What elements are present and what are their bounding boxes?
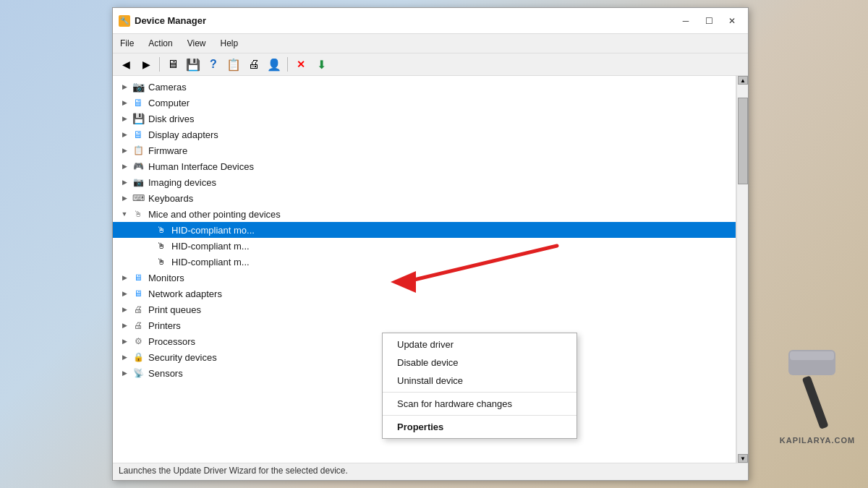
menu-file[interactable]: File [113,35,141,51]
tree-item-imaging[interactable]: ▶ 📷 Imaging devices [113,174,736,190]
icon-disk: 💾 [132,113,145,124]
expand-monitors[interactable]: ▶ [119,272,130,283]
ctx-update-driver[interactable]: Update driver [383,335,576,354]
tree-item-firmware[interactable]: ▶ 📋 Firmware [113,142,736,158]
label-computer: Computer [148,98,190,108]
expand-security[interactable]: ▶ [119,351,130,363]
label-mouse1: HID-compliant mo... [171,225,255,236]
minimize-button[interactable]: ─ [676,13,696,29]
menu-view[interactable]: View [180,35,213,51]
tree-item-keyboards[interactable]: ▶ ⌨ Keyboards [113,190,736,206]
label-display: Display adapters [148,129,218,140]
label-disk: Disk drives [148,114,195,124]
forward-button[interactable]: ▶ [137,56,156,73]
menu-help[interactable]: Help [213,35,246,51]
toolbar-delete[interactable]: ✕ [292,56,310,73]
tree-item-mice[interactable]: ▼ 🖱 Mice and other pointing devices [113,206,736,222]
icon-cameras: 📷 [132,81,145,93]
ctx-uninstall-device[interactable]: Uninstall device [383,372,576,390]
maximize-button[interactable]: ☐ [699,13,719,29]
label-mouse3: HID-compliant m... [171,257,250,267]
scrollbar-thumb[interactable] [738,98,748,184]
expand-imaging[interactable]: ▶ [119,176,130,188]
ctx-properties[interactable]: Properties [383,418,576,436]
tree-item-network[interactable]: ▶ 🖥 Network adapters [113,286,736,301]
svg-rect-2 [802,375,829,429]
ctx-sep-1 [383,392,576,393]
icon-keyboard: ⌨ [132,192,145,204]
label-processors: Processors [148,336,195,347]
toolbar-help[interactable]: ? [204,56,223,73]
expand-display[interactable]: ▶ [119,129,130,140]
label-security: Security devices [148,352,217,363]
expand-cameras[interactable]: ▶ [119,81,130,93]
tree-item-display[interactable]: ▶ 🖥 Display adapters [113,127,736,142]
expand-network[interactable]: ▶ [119,288,130,299]
scrollbar[interactable]: ▲ ▼ [736,76,748,463]
expand-processors[interactable]: ▶ [119,335,130,347]
toolbar-download[interactable]: ⬇ [312,56,331,73]
device-list[interactable]: ▶ 📷 Cameras ▶ 🖥 Computer ▶ 💾 Disk drives… [113,76,736,463]
icon-security: 🔒 [132,351,145,363]
expand-sensors[interactable]: ▶ [119,367,130,379]
tree-item-printers[interactable]: ▶ 🖨 Printers [113,317,736,333]
ctx-sep-2 [383,415,576,416]
tree-item-monitors[interactable]: ▶ 🖥 Monitors [113,270,736,286]
icon-mouse3: 🖱 [155,256,168,267]
expand-mice[interactable]: ▼ [119,208,130,220]
tree-item-disk[interactable]: ▶ 💾 Disk drives [113,111,736,127]
toolbar-print[interactable]: 🖨 [244,56,263,73]
label-mice: Mice and other pointing devices [148,209,281,220]
back-button[interactable]: ◀ [116,56,135,73]
icon-sensors: 📡 [132,367,145,379]
menu-action[interactable]: Action [141,35,179,51]
expand-hid[interactable]: ▶ [119,160,130,172]
title-bar: 🔧 Device Manager ─ ☐ ✕ [113,8,748,34]
icon-display: 🖥 [132,129,145,140]
icon-printers: 🖨 [132,320,145,331]
window-controls: ─ ☐ ✕ [676,13,742,29]
label-hid: Human Interface Devices [148,161,254,172]
label-firmware: Firmware [148,145,187,156]
watermark-area: KAPILARYA.COM [774,339,861,445]
context-menu: Update driver Disable device Uninstall d… [382,333,577,439]
tree-item-computer[interactable]: ▶ 🖥 Computer [113,95,736,111]
tree-item-mouse2[interactable]: ▶ 🖱 HID-compliant m... [113,238,736,254]
expand-keyboards[interactable]: ▶ [119,192,130,204]
window-title: Device Manager [135,15,676,26]
label-print-q: Print queues [148,304,201,315]
toolbar-save[interactable]: 💾 [184,56,203,73]
toolbar-user[interactable]: 👤 [265,56,284,73]
tree-item-print-q[interactable]: ▶ 🖨 Print queues [113,301,736,317]
label-network: Network adapters [148,288,222,299]
tree-item-mouse1[interactable]: ▶ 🖱 HID-compliant mo... [113,222,736,238]
label-keyboards: Keyboards [148,193,193,204]
icon-hid: 🎮 [132,160,145,172]
tree-item-cameras[interactable]: ▶ 📷 Cameras [113,79,736,95]
status-text: Launches the Update Driver Wizard for th… [119,466,348,476]
label-mouse2: HID-compliant m... [171,241,250,252]
icon-firmware: 📋 [132,145,145,156]
icon-imaging: 📷 [132,176,145,188]
icon-mouse2: 🖱 [155,240,168,252]
icon-network: 🖥 [132,288,145,299]
ctx-disable-device[interactable]: Disable device [383,354,576,372]
expand-computer[interactable]: ▶ [119,97,130,108]
expand-disk[interactable]: ▶ [119,113,130,124]
toolbar: ◀ ▶ 🖥 💾 ? 📋 🖨 👤 ✕ ⬇ [113,53,748,76]
ctx-scan-hardware[interactable]: Scan for hardware changes [383,395,576,413]
icon-print-q: 🖨 [132,304,145,315]
expand-printers[interactable]: ▶ [119,320,130,331]
close-button[interactable]: ✕ [722,13,742,29]
toolbar-computer[interactable]: 🖥 [163,56,182,73]
tree-item-hid[interactable]: ▶ 🎮 Human Interface Devices [113,158,736,174]
expand-firmware[interactable]: ▶ [119,145,130,156]
tree-item-mouse3[interactable]: ▶ 🖱 HID-compliant m... [113,254,736,270]
label-monitors: Monitors [148,273,184,283]
svg-rect-3 [788,350,835,375]
icon-computer: 🖥 [132,97,145,108]
toolbar-list[interactable]: 📋 [224,56,243,73]
hammer-icon [774,339,861,433]
icon-mouse1: 🖱 [155,224,168,236]
expand-print-q[interactable]: ▶ [119,304,130,315]
